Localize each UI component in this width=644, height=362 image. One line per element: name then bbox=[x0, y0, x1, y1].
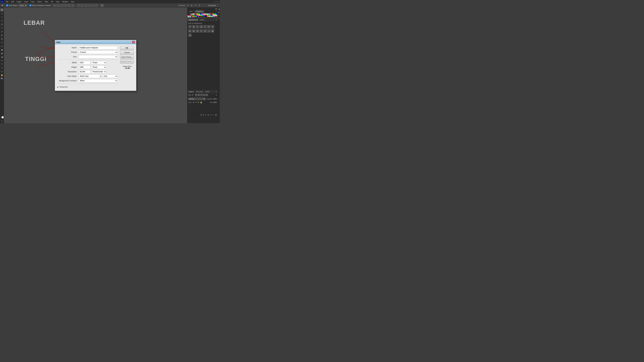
swatch-item[interactable] bbox=[206, 15, 207, 16]
menu-type[interactable]: Type bbox=[30, 0, 36, 3]
preset-select[interactable]: Custom bbox=[78, 50, 118, 54]
layer-filter-img[interactable]: ⬡ bbox=[206, 94, 208, 96]
swatch-item[interactable] bbox=[191, 15, 192, 16]
colorbal-adj-icon[interactable]: ⊗ bbox=[211, 25, 214, 28]
swatch-item[interactable] bbox=[202, 15, 202, 16]
gradient-tool[interactable]: ▦ bbox=[0, 48, 4, 51]
swatch-item[interactable] bbox=[196, 15, 197, 16]
layer-filter-shp[interactable]: ◻ bbox=[203, 94, 206, 96]
channel-adj-icon[interactable]: ⊞ bbox=[196, 29, 199, 32]
advanced-row[interactable]: ▶ Advanced bbox=[57, 85, 118, 89]
swatch-item[interactable] bbox=[207, 15, 208, 16]
tab-adjustments[interactable]: Adjustments bbox=[187, 18, 199, 21]
swatch-item[interactable] bbox=[212, 15, 213, 16]
menu-select[interactable]: Select bbox=[36, 0, 43, 3]
panel-icon-4[interactable]: ¶ bbox=[218, 18, 219, 19]
lock-move-icon[interactable]: ✥ bbox=[198, 101, 199, 104]
lasso-tool[interactable]: ℓ bbox=[0, 16, 4, 19]
swatch-item[interactable] bbox=[216, 16, 217, 17]
swatch-item[interactable] bbox=[207, 14, 208, 15]
swatch-item[interactable] bbox=[210, 16, 210, 17]
lock-all-icon[interactable]: 🔒 bbox=[200, 101, 202, 104]
swatch-item[interactable] bbox=[194, 14, 196, 15]
swatch-item[interactable] bbox=[188, 15, 189, 16]
close-btn[interactable]: ✕ bbox=[217, 1, 218, 3]
swatch-item[interactable] bbox=[202, 15, 204, 16]
tab-styles[interactable]: Styles bbox=[199, 18, 206, 21]
exposure-adj-icon[interactable]: ◑ bbox=[200, 25, 203, 28]
name-input[interactable] bbox=[78, 46, 118, 49]
swatch-item[interactable] bbox=[215, 14, 216, 15]
swatch-item[interactable] bbox=[213, 14, 214, 15]
shape-tool[interactable]: ▭ bbox=[0, 70, 4, 73]
hsl-adj-icon[interactable]: ⊕ bbox=[207, 25, 210, 28]
tab-channels[interactable]: Channels bbox=[195, 90, 204, 93]
swatch-item[interactable] bbox=[194, 14, 194, 15]
path-select-tool[interactable]: ↗ bbox=[0, 66, 4, 70]
width-unit-select[interactable]: Pixels bbox=[91, 61, 106, 64]
swatch-item[interactable] bbox=[210, 14, 212, 15]
layer-group-icon[interactable]: ▭ bbox=[210, 114, 212, 116]
dist-bottom-icon[interactable]: ⋯ bbox=[95, 4, 98, 7]
adj-panel-menu[interactable]: ≡ bbox=[215, 18, 218, 21]
swatch-item[interactable] bbox=[202, 16, 202, 17]
swatch-item[interactable] bbox=[192, 17, 193, 18]
resolution-input[interactable] bbox=[78, 70, 90, 73]
swatch-item[interactable] bbox=[208, 14, 209, 15]
brush-tool[interactable]: 🖌 bbox=[0, 34, 4, 37]
swatch-item[interactable] bbox=[216, 14, 217, 15]
swatch-item[interactable] bbox=[188, 14, 189, 15]
dist-center-icon[interactable]: ⋮ bbox=[80, 4, 84, 7]
swatch-item[interactable] bbox=[189, 16, 190, 17]
layer-new-icon[interactable]: + bbox=[213, 114, 214, 116]
vibrance-adj-icon[interactable]: ⬡ bbox=[203, 25, 207, 28]
3d-pan-icon[interactable]: ⊕ bbox=[190, 4, 194, 7]
layer-filter-txt[interactable]: T bbox=[200, 94, 203, 96]
swatch-item[interactable] bbox=[204, 14, 205, 15]
quick-mask-tool[interactable]: ⊘ bbox=[0, 119, 4, 122]
brightness-adj-icon[interactable]: ☀ bbox=[188, 25, 192, 28]
swatch-item[interactable] bbox=[198, 16, 199, 17]
gradient-adj-icon[interactable]: ▦ bbox=[211, 29, 214, 32]
swatch-item[interactable] bbox=[216, 15, 217, 16]
history-tool[interactable]: ↩ bbox=[0, 41, 4, 44]
lock-image-icon[interactable]: ✏ bbox=[195, 101, 197, 104]
menu-image[interactable]: Image bbox=[16, 0, 23, 3]
layer-link-icon[interactable]: ⊕ bbox=[200, 114, 202, 116]
swatch-item[interactable] bbox=[200, 16, 201, 17]
dist-top-icon[interactable]: ⋯ bbox=[88, 4, 91, 7]
swatch-item[interactable] bbox=[210, 16, 212, 17]
align-left-icon[interactable]: ⊢ bbox=[53, 4, 56, 7]
swatch-item[interactable] bbox=[192, 14, 193, 15]
selective-adj-icon[interactable]: ▤ bbox=[188, 34, 192, 37]
fill-value[interactable]: 100% bbox=[213, 102, 217, 103]
swatch-item[interactable] bbox=[190, 15, 191, 16]
menu-view[interactable]: View bbox=[55, 0, 61, 3]
swatch-item[interactable] bbox=[205, 16, 206, 17]
swatch-item[interactable] bbox=[213, 15, 214, 16]
photo-adj-icon[interactable]: ▧ bbox=[192, 29, 195, 32]
invert-adj-icon[interactable]: ⊡ bbox=[200, 29, 203, 32]
swatch-item[interactable] bbox=[191, 17, 192, 18]
swatch-item[interactable] bbox=[214, 15, 215, 16]
pen-tool[interactable]: ✒ bbox=[0, 59, 4, 62]
resolution-unit-select[interactable]: Pixels/Centimeter Pixels/Inch bbox=[91, 70, 106, 73]
delete-preset-button[interactable]: Delete Preset... bbox=[120, 60, 134, 64]
swatch-item[interactable] bbox=[199, 15, 200, 16]
swatch-item[interactable] bbox=[214, 16, 215, 17]
extra-icon[interactable]: ⊞ bbox=[100, 4, 104, 7]
swatch-item[interactable] bbox=[196, 14, 197, 15]
posterize-adj-icon[interactable]: ≣ bbox=[203, 29, 207, 32]
color-mode-select[interactable]: RGB Color CMYK Grayscale bbox=[78, 74, 102, 78]
auto-select-checkbox[interactable] bbox=[6, 4, 8, 6]
swatch-item[interactable] bbox=[205, 14, 206, 15]
move-tool[interactable]: ✥ bbox=[0, 8, 4, 12]
maximize-btn[interactable]: □ bbox=[215, 1, 216, 3]
swatch-item[interactable] bbox=[191, 16, 192, 17]
dialog-close-button[interactable]: ✕ bbox=[132, 41, 135, 43]
swatch-item[interactable] bbox=[204, 15, 205, 16]
bw-adj-icon[interactable]: ◐ bbox=[188, 29, 192, 32]
swatch-item[interactable] bbox=[197, 16, 198, 17]
swatch-item[interactable] bbox=[194, 16, 196, 17]
swatch-item[interactable] bbox=[202, 14, 204, 15]
